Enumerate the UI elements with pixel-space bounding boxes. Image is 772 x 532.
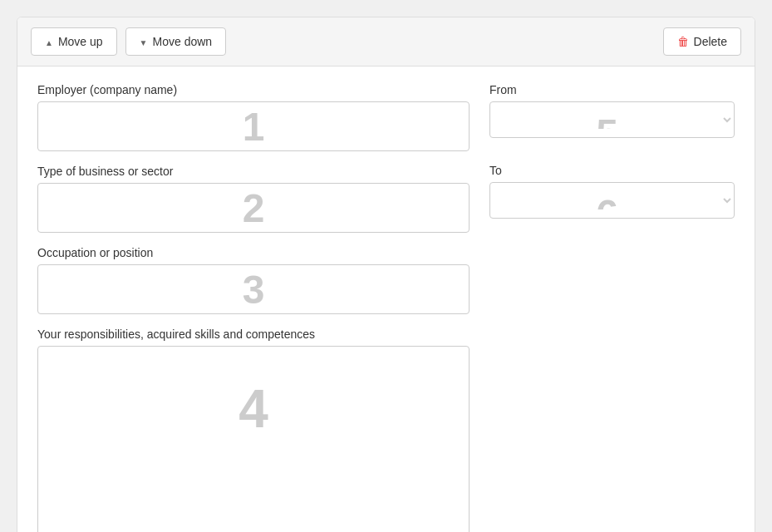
to-select[interactable]: 6 — [489, 182, 735, 219]
right-column: From 5 To 6 — [489, 83, 735, 532]
from-select[interactable]: 5 — [489, 101, 735, 138]
move-down-button[interactable]: Move down — [125, 27, 227, 56]
employer-label: Employer (company name) — [37, 83, 470, 96]
employer-input[interactable] — [37, 101, 470, 151]
to-group: To 6 — [489, 164, 735, 231]
employer-group: Employer (company name) — [37, 83, 470, 151]
business-input[interactable] — [37, 183, 470, 233]
delete-label: Delete — [694, 35, 727, 48]
to-label: To — [489, 164, 735, 177]
responsibilities-label: Your responsibilities, acquired skills a… — [37, 328, 470, 341]
business-label: Type of business or sector — [37, 165, 470, 178]
occupation-group: Occupation or position — [37, 246, 470, 314]
business-group: Type of business or sector — [37, 165, 470, 233]
form-body: Employer (company name) Type of business… — [17, 66, 755, 532]
from-group: From 5 — [489, 83, 735, 150]
main-form-row: Employer (company name) Type of business… — [37, 83, 735, 532]
page-wrapper: Move up Move down 🗑 Delete Employer (com… — [17, 17, 755, 532]
form-card: Move up Move down 🗑 Delete Employer (com… — [17, 17, 755, 532]
toolbar: Move up Move down 🗑 Delete — [17, 17, 755, 66]
move-up-label: Move up — [58, 35, 103, 48]
left-column: Employer (company name) Type of business… — [37, 83, 470, 532]
trash-icon: 🗑 — [677, 35, 689, 48]
occupation-input[interactable] — [37, 264, 470, 314]
move-up-button[interactable]: Move up — [31, 27, 117, 56]
delete-button[interactable]: 🗑 Delete — [663, 27, 741, 56]
move-down-label: Move down — [153, 35, 213, 48]
move-down-icon — [140, 35, 148, 48]
from-label: From — [489, 83, 735, 96]
responsibilities-textarea[interactable]: 4 — [37, 346, 470, 532]
responsibilities-group: Your responsibilities, acquired skills a… — [37, 328, 470, 532]
toolbar-left: Move up Move down — [31, 27, 226, 56]
occupation-label: Occupation or position — [37, 246, 470, 259]
move-up-icon — [45, 35, 53, 48]
